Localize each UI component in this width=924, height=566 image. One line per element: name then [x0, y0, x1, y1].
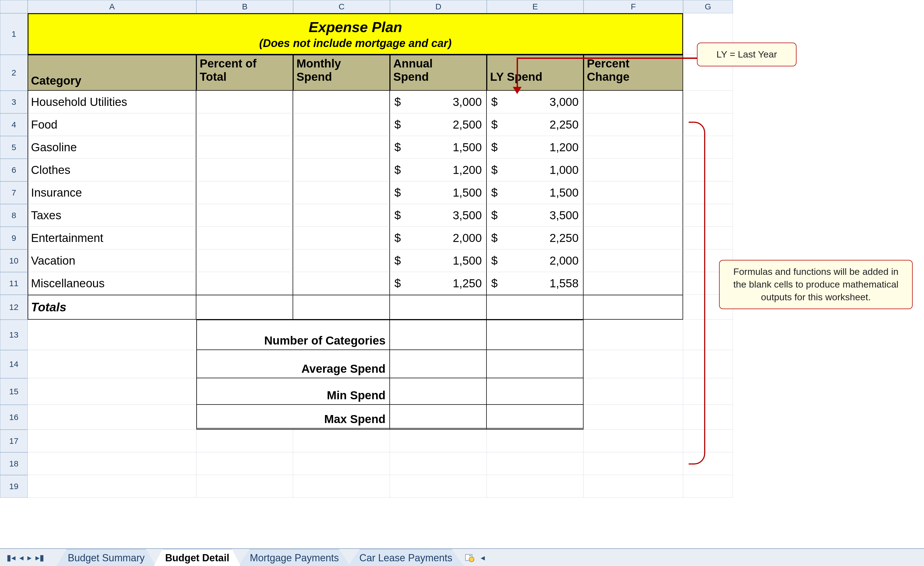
money-value: 1,000	[549, 163, 579, 177]
category-cell[interactable]: Insurance	[28, 181, 196, 204]
arrow-line-h	[517, 57, 697, 59]
sheet-tab[interactable]: Budget Summary	[56, 549, 156, 566]
category-cell[interactable]: Household Utilities	[28, 91, 196, 113]
sheet-tabs: Budget SummaryBudget DetailMortgage Paym…	[56, 549, 461, 566]
money-cell[interactable]: $3,500	[390, 204, 487, 227]
sheet-tab-bar: ▮◂ ◂ ▸ ▸▮ Budget SummaryBudget DetailMor…	[0, 548, 924, 566]
new-sheet-icon[interactable]	[464, 552, 475, 563]
category-cell[interactable]: Vacation	[28, 249, 196, 272]
header-F[interactable]: PercentChange	[584, 55, 683, 91]
money-cell[interactable]: $1,200	[390, 159, 487, 181]
category-cell[interactable]: Gasoline	[28, 136, 196, 159]
currency-symbol: $	[394, 209, 401, 222]
row-header-9[interactable]: 9	[0, 227, 28, 249]
currency-symbol: $	[491, 118, 498, 131]
money-value: 3,500	[453, 209, 482, 222]
money-cell[interactable]: $1,500	[390, 181, 487, 204]
money-cell[interactable]: $2,250	[487, 227, 584, 249]
row-header-16[interactable]: 16	[0, 405, 28, 430]
row-header-17[interactable]: 17	[0, 430, 28, 452]
sheet-tab[interactable]: Mortgage Payments	[238, 549, 350, 566]
money-cell[interactable]: $3,000	[487, 91, 584, 113]
header-D[interactable]: AnnualSpend	[390, 55, 487, 91]
money-value: 1,500	[549, 186, 579, 199]
money-cell[interactable]: $1,500	[390, 136, 487, 159]
header-E[interactable]: LY Spend	[487, 55, 584, 91]
money-cell[interactable]: $3,000	[390, 91, 487, 113]
totals-label[interactable]: Totals	[28, 295, 196, 320]
select-all-corner[interactable]	[0, 0, 28, 13]
tab-nav-buttons: ▮◂ ◂ ▸ ▸▮	[0, 553, 51, 562]
row-header-18[interactable]: 18	[0, 452, 28, 475]
column-header-C[interactable]: C	[293, 0, 390, 13]
money-cell[interactable]: $2,250	[487, 113, 584, 136]
currency-symbol: $	[394, 277, 401, 290]
money-cell[interactable]: $3,500	[487, 204, 584, 227]
tab-nav-next-icon[interactable]: ▸	[27, 553, 32, 562]
row-header-1[interactable]: 1	[0, 13, 28, 55]
row-header-13[interactable]: 13	[0, 320, 28, 350]
column-header-D[interactable]: D	[390, 0, 487, 13]
brace-icon	[688, 122, 705, 464]
stat-label[interactable]: Min Spend	[196, 378, 390, 405]
money-cell[interactable]: $1,500	[487, 181, 584, 204]
column-header-F[interactable]: F	[584, 0, 683, 13]
cell-grid[interactable]: Expense Plan(Does not include mortgage a…	[28, 13, 733, 498]
row-header-10[interactable]: 10	[0, 249, 28, 272]
money-cell[interactable]: $2,500	[390, 113, 487, 136]
row-header-6[interactable]: 6	[0, 159, 28, 181]
header-A[interactable]: Category	[28, 55, 196, 91]
row-header-4[interactable]: 4	[0, 113, 28, 136]
money-cell[interactable]: $2,000	[487, 249, 584, 272]
category-cell[interactable]: Taxes	[28, 204, 196, 227]
arrow-head-icon	[513, 87, 522, 94]
row-header-12[interactable]: 12	[0, 295, 28, 320]
row-header-11[interactable]: 11	[0, 272, 28, 295]
column-header-A[interactable]: A	[28, 0, 196, 13]
category-cell[interactable]: Clothes	[28, 159, 196, 181]
stat-label[interactable]: Average Spend	[196, 350, 390, 378]
tab-nav-last-icon[interactable]: ▸▮	[35, 553, 44, 562]
column-header-B[interactable]: B	[196, 0, 293, 13]
row-header-15[interactable]: 15	[0, 378, 28, 405]
money-value: 1,250	[453, 277, 482, 290]
money-cell[interactable]: $1,500	[390, 249, 487, 272]
money-cell[interactable]: $1,200	[487, 136, 584, 159]
title-cell[interactable]: Expense Plan(Does not include mortgage a…	[28, 13, 683, 55]
row-header-3[interactable]: 3	[0, 91, 28, 113]
header-B[interactable]: Percent ofTotal	[196, 55, 293, 91]
column-header-G[interactable]: G	[683, 0, 733, 13]
money-cell[interactable]: $1,000	[487, 159, 584, 181]
money-value: 2,250	[549, 118, 579, 131]
tab-nav-first-icon[interactable]: ▮◂	[7, 553, 15, 562]
money-value: 1,500	[453, 141, 482, 154]
hscroll-left-icon[interactable]: ◂	[481, 553, 485, 562]
row-header-5[interactable]: 5	[0, 136, 28, 159]
stat-label[interactable]: Number of Categories	[196, 320, 390, 350]
currency-symbol: $	[394, 95, 401, 109]
sheet-tab[interactable]: Car Lease Payments	[348, 549, 464, 566]
row-header-8[interactable]: 8	[0, 204, 28, 227]
row-header-19[interactable]: 19	[0, 475, 28, 498]
callout-formulas-text: Formulas and functions will be added in …	[733, 266, 898, 302]
currency-symbol: $	[394, 231, 401, 245]
money-cell[interactable]: $2,000	[390, 227, 487, 249]
currency-symbol: $	[491, 95, 498, 109]
currency-symbol: $	[394, 186, 401, 199]
currency-symbol: $	[491, 231, 498, 245]
column-header-E[interactable]: E	[487, 0, 584, 13]
category-cell[interactable]: Food	[28, 113, 196, 136]
row-header-7[interactable]: 7	[0, 181, 28, 204]
category-cell[interactable]: Entertainment	[28, 227, 196, 249]
currency-symbol: $	[394, 118, 401, 131]
category-cell[interactable]: Miscellaneous	[28, 272, 196, 295]
tab-nav-prev-icon[interactable]: ◂	[20, 553, 24, 562]
sheet-tab[interactable]: Budget Detail	[154, 549, 241, 566]
money-cell[interactable]: $1,558	[487, 272, 584, 295]
money-value: 3,500	[549, 209, 579, 222]
row-header-14[interactable]: 14	[0, 350, 28, 378]
row-header-2[interactable]: 2	[0, 55, 28, 91]
header-C[interactable]: MonthlySpend	[293, 55, 390, 91]
money-cell[interactable]: $1,250	[390, 272, 487, 295]
stat-label[interactable]: Max Spend	[196, 405, 390, 430]
